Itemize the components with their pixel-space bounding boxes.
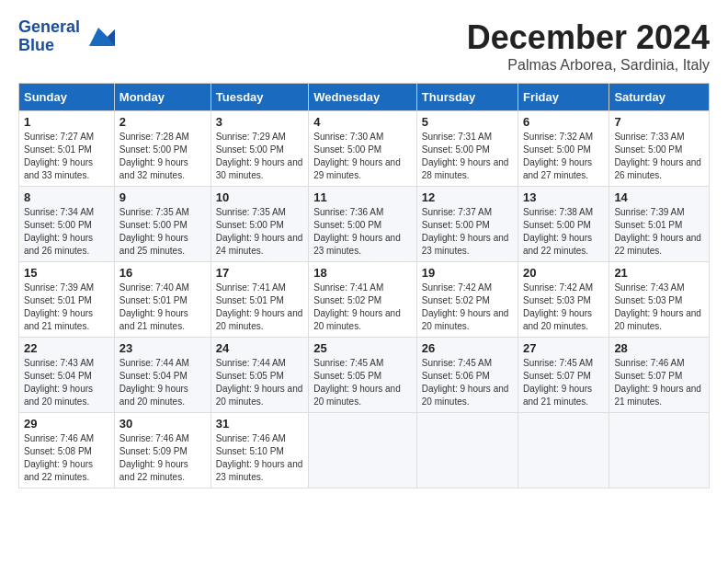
header-cell-thursday: Thursday xyxy=(416,84,518,111)
day-cell-13: 13Sunrise: 7:38 AMSunset: 5:00 PMDayligh… xyxy=(518,187,609,262)
day-info: Sunrise: 7:39 AMSunset: 5:01 PMDaylight:… xyxy=(614,206,704,258)
day-cell-18: 18Sunrise: 7:41 AMSunset: 5:02 PMDayligh… xyxy=(309,262,417,338)
day-info: Sunrise: 7:34 AMSunset: 5:00 PMDaylight:… xyxy=(24,206,109,258)
day-cell-28: 28Sunrise: 7:46 AMSunset: 5:07 PMDayligh… xyxy=(609,338,710,413)
header-cell-friday: Friday xyxy=(518,84,609,111)
day-info: Sunrise: 7:30 AMSunset: 5:00 PMDaylight:… xyxy=(313,131,412,182)
day-cell-5: 5Sunrise: 7:31 AMSunset: 5:00 PMDaylight… xyxy=(416,111,518,187)
calendar-week-1: 1Sunrise: 7:27 AMSunset: 5:01 PMDaylight… xyxy=(19,111,710,187)
day-number: 22 xyxy=(24,341,109,355)
day-info: Sunrise: 7:45 AMSunset: 5:06 PMDaylight:… xyxy=(422,357,513,408)
day-info: Sunrise: 7:38 AMSunset: 5:00 PMDaylight:… xyxy=(523,206,604,258)
header-cell-wednesday: Wednesday xyxy=(309,84,417,111)
day-cell-25: 25Sunrise: 7:45 AMSunset: 5:05 PMDayligh… xyxy=(309,338,417,413)
day-info: Sunrise: 7:42 AMSunset: 5:02 PMDaylight:… xyxy=(422,282,513,333)
calendar-body: 1Sunrise: 7:27 AMSunset: 5:01 PMDaylight… xyxy=(19,111,710,488)
day-number: 19 xyxy=(422,266,513,280)
day-cell-14: 14Sunrise: 7:39 AMSunset: 5:01 PMDayligh… xyxy=(609,187,710,262)
day-info: Sunrise: 7:27 AMSunset: 5:01 PMDaylight:… xyxy=(24,131,109,182)
day-number: 10 xyxy=(216,190,303,204)
day-number: 30 xyxy=(119,417,206,431)
logo: General Blue xyxy=(18,18,115,55)
day-number: 13 xyxy=(523,190,604,204)
day-number: 3 xyxy=(216,115,303,129)
header: General Blue December 2024 Palmas Arbore… xyxy=(18,18,710,74)
day-info: Sunrise: 7:35 AMSunset: 5:00 PMDaylight:… xyxy=(216,206,303,258)
title-area: December 2024 Palmas Arborea, Sardinia, … xyxy=(467,18,710,74)
day-cell-12: 12Sunrise: 7:37 AMSunset: 5:00 PMDayligh… xyxy=(416,187,518,262)
day-info: Sunrise: 7:44 AMSunset: 5:05 PMDaylight:… xyxy=(216,357,303,408)
day-cell-9: 9Sunrise: 7:35 AMSunset: 5:00 PMDaylight… xyxy=(114,187,210,262)
empty-cell xyxy=(309,413,417,488)
day-info: Sunrise: 7:41 AMSunset: 5:01 PMDaylight:… xyxy=(216,282,303,333)
day-number: 8 xyxy=(24,190,109,204)
day-cell-26: 26Sunrise: 7:45 AMSunset: 5:06 PMDayligh… xyxy=(416,338,518,413)
day-cell-24: 24Sunrise: 7:44 AMSunset: 5:05 PMDayligh… xyxy=(210,338,308,413)
day-cell-23: 23Sunrise: 7:44 AMSunset: 5:04 PMDayligh… xyxy=(114,338,210,413)
day-info: Sunrise: 7:31 AMSunset: 5:00 PMDaylight:… xyxy=(422,131,513,182)
day-info: Sunrise: 7:43 AMSunset: 5:03 PMDaylight:… xyxy=(614,282,704,333)
day-info: Sunrise: 7:42 AMSunset: 5:03 PMDaylight:… xyxy=(523,282,604,333)
header-cell-saturday: Saturday xyxy=(609,84,710,111)
day-info: Sunrise: 7:28 AMSunset: 5:00 PMDaylight:… xyxy=(119,131,206,182)
day-cell-17: 17Sunrise: 7:41 AMSunset: 5:01 PMDayligh… xyxy=(210,262,308,338)
logo-icon xyxy=(82,20,115,53)
day-info: Sunrise: 7:37 AMSunset: 5:00 PMDaylight:… xyxy=(422,206,513,258)
calendar-week-4: 22Sunrise: 7:43 AMSunset: 5:04 PMDayligh… xyxy=(19,338,710,413)
calendar-table: SundayMondayTuesdayWednesdayThursdayFrid… xyxy=(18,83,710,488)
day-info: Sunrise: 7:35 AMSunset: 5:00 PMDaylight:… xyxy=(119,206,206,258)
day-cell-31: 31Sunrise: 7:46 AMSunset: 5:10 PMDayligh… xyxy=(210,413,308,488)
day-info: Sunrise: 7:46 AMSunset: 5:07 PMDaylight:… xyxy=(614,357,704,408)
day-number: 1 xyxy=(24,115,109,129)
header-cell-monday: Monday xyxy=(114,84,210,111)
day-number: 4 xyxy=(313,115,412,129)
month-title: December 2024 xyxy=(467,18,710,57)
calendar-header: SundayMondayTuesdayWednesdayThursdayFrid… xyxy=(19,84,710,111)
day-number: 20 xyxy=(523,266,604,280)
day-info: Sunrise: 7:39 AMSunset: 5:01 PMDaylight:… xyxy=(24,282,109,333)
day-info: Sunrise: 7:46 AMSunset: 5:10 PMDaylight:… xyxy=(216,432,303,484)
day-info: Sunrise: 7:36 AMSunset: 5:00 PMDaylight:… xyxy=(313,206,412,258)
day-cell-15: 15Sunrise: 7:39 AMSunset: 5:01 PMDayligh… xyxy=(19,262,115,338)
day-number: 24 xyxy=(216,341,303,355)
day-info: Sunrise: 7:46 AMSunset: 5:08 PMDaylight:… xyxy=(24,432,109,484)
day-info: Sunrise: 7:45 AMSunset: 5:07 PMDaylight:… xyxy=(523,357,604,408)
calendar-week-2: 8Sunrise: 7:34 AMSunset: 5:00 PMDaylight… xyxy=(19,187,710,262)
day-cell-6: 6Sunrise: 7:32 AMSunset: 5:00 PMDaylight… xyxy=(518,111,609,187)
day-number: 23 xyxy=(119,341,206,355)
day-number: 17 xyxy=(216,266,303,280)
day-number: 12 xyxy=(422,190,513,204)
logo-general: General xyxy=(18,18,80,37)
calendar-week-5: 29Sunrise: 7:46 AMSunset: 5:08 PMDayligh… xyxy=(19,413,710,488)
day-cell-16: 16Sunrise: 7:40 AMSunset: 5:01 PMDayligh… xyxy=(114,262,210,338)
day-number: 2 xyxy=(119,115,206,129)
day-cell-1: 1Sunrise: 7:27 AMSunset: 5:01 PMDaylight… xyxy=(19,111,115,187)
day-number: 7 xyxy=(614,115,704,129)
day-info: Sunrise: 7:45 AMSunset: 5:05 PMDaylight:… xyxy=(313,357,412,408)
day-number: 14 xyxy=(614,190,704,204)
day-info: Sunrise: 7:41 AMSunset: 5:02 PMDaylight:… xyxy=(313,282,412,333)
day-number: 28 xyxy=(614,341,704,355)
day-number: 9 xyxy=(119,190,206,204)
day-number: 21 xyxy=(614,266,704,280)
day-cell-20: 20Sunrise: 7:42 AMSunset: 5:03 PMDayligh… xyxy=(518,262,609,338)
day-number: 18 xyxy=(313,266,412,280)
day-number: 29 xyxy=(24,417,109,431)
day-number: 31 xyxy=(216,417,303,431)
day-number: 11 xyxy=(313,190,412,204)
day-info: Sunrise: 7:43 AMSunset: 5:04 PMDaylight:… xyxy=(24,357,109,408)
day-number: 27 xyxy=(523,341,604,355)
calendar-week-3: 15Sunrise: 7:39 AMSunset: 5:01 PMDayligh… xyxy=(19,262,710,338)
logo-text: General Blue xyxy=(18,18,80,55)
header-cell-tuesday: Tuesday xyxy=(210,84,308,111)
day-cell-7: 7Sunrise: 7:33 AMSunset: 5:00 PMDaylight… xyxy=(609,111,710,187)
day-cell-19: 19Sunrise: 7:42 AMSunset: 5:02 PMDayligh… xyxy=(416,262,518,338)
day-cell-21: 21Sunrise: 7:43 AMSunset: 5:03 PMDayligh… xyxy=(609,262,710,338)
day-info: Sunrise: 7:46 AMSunset: 5:09 PMDaylight:… xyxy=(119,432,206,484)
day-number: 15 xyxy=(24,266,109,280)
day-number: 26 xyxy=(422,341,513,355)
day-number: 25 xyxy=(313,341,412,355)
day-info: Sunrise: 7:33 AMSunset: 5:00 PMDaylight:… xyxy=(614,131,704,182)
day-info: Sunrise: 7:29 AMSunset: 5:00 PMDaylight:… xyxy=(216,131,303,182)
day-info: Sunrise: 7:40 AMSunset: 5:01 PMDaylight:… xyxy=(119,282,206,333)
